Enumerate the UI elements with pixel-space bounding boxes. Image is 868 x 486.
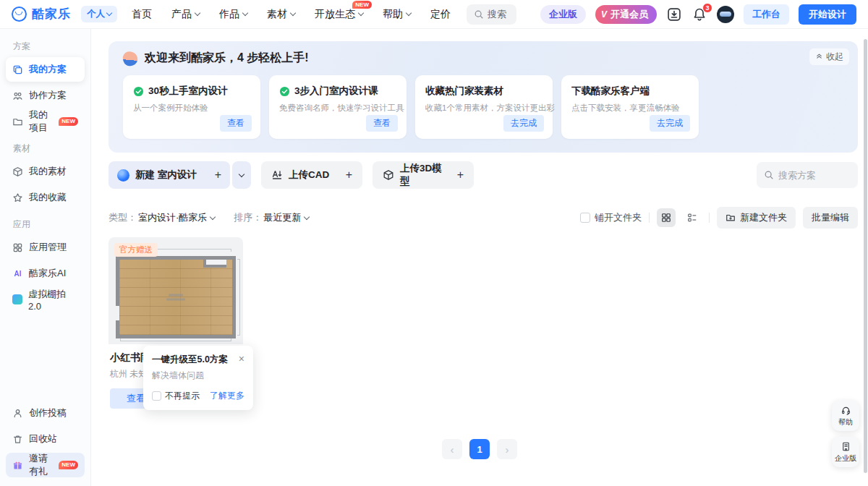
sidebar: 方案 我的方案 协作方案 我的项目 NEW 素材 我的素材 我的收藏 应用 应用… [0,29,91,486]
download-client-button[interactable] [666,7,682,22]
task-action-button[interactable]: 去完成 [650,115,690,132]
nav-home[interactable]: 首页 [132,8,152,21]
chevron-down-icon [406,10,412,16]
building-icon [841,441,851,452]
divider [709,213,710,223]
expand-folders-checkbox[interactable] [580,213,590,223]
new-badge: NEW [59,117,78,126]
task-action-button[interactable]: 去完成 [503,115,544,132]
trash-icon [12,434,23,445]
grid-view-button[interactable] [657,208,676,227]
notifications-button[interactable]: 3 [692,7,707,22]
upload-cad-button[interactable]: 上传CAD + [261,161,362,189]
main-content: 欢迎来到酷家乐，4 步轻松上手! 收起 30秒上手室内设计 从一个案例开始体验 … [91,29,868,486]
new-badge: NEW [352,1,372,9]
plus-icon: + [457,169,464,182]
nav-help[interactable]: 帮助 [383,8,411,21]
current-page-button[interactable]: 1 [469,439,490,459]
plan-thumbnail[interactable]: 官方赠送 [109,237,243,344]
sidebar-item-recycle-bin[interactable]: 回收站 [6,427,85,451]
primary-nav: 首页 产品 作品 素材 开放生态NEW 帮助 定价 [132,8,451,21]
apps-grid-icon [12,242,23,253]
sort-filter-select[interactable]: 最近更新 [263,211,309,224]
sidebar-section-plans: 方案 [0,33,90,57]
dont-remind-checkbox[interactable] [152,391,161,401]
pagination: ‹ 1 › [442,439,517,459]
task-card-favorite-materials[interactable]: 收藏热门家装素材 收藏1个常用素材，方案设计更出彩 去完成 [415,75,553,139]
nav-products[interactable]: 产品 [171,8,200,21]
enterprise-float-button[interactable]: 企业版 [832,437,859,467]
plan-search-box[interactable] [757,162,858,188]
expand-folders-toggle[interactable]: 铺开文件夹 [580,211,642,224]
scrollbar-thumb[interactable] [864,39,867,473]
new-folder-button[interactable]: 新建文件夹 [717,207,796,229]
sidebar-item-kujiale-ai[interactable]: AI 酷家乐AI [6,261,85,286]
download-icon [666,7,682,22]
vip-icon: V [601,9,607,20]
sidebar-item-creator-submission[interactable]: 创作投稿 [6,401,85,425]
next-page-button[interactable]: › [497,439,517,459]
floorplan-image [116,256,236,338]
sidebar-item-virtual-studio[interactable]: 虚拟棚拍2.0 [6,287,85,312]
ai-icon: AI [12,270,23,278]
open-membership-button[interactable]: V 开通会员 [595,5,657,24]
chevron-down-icon [290,10,296,16]
learn-more-link[interactable]: 了解更多 [210,390,244,402]
task-action-button[interactable]: 查看 [366,115,398,132]
account-type-switcher[interactable]: 个人 [81,6,117,22]
task-card-download-client[interactable]: 下载酷家乐客户端 点击下载安装，享更流畅体验 去完成 [561,75,699,139]
dont-remind-toggle[interactable]: 不再提示 [152,390,200,402]
workbench-button[interactable]: 工作台 [744,4,789,25]
cad-icon [271,169,283,181]
global-search-button[interactable]: 搜索 [467,4,516,25]
sidebar-item-my-plans[interactable]: 我的方案 [6,57,85,82]
prev-page-button[interactable]: ‹ [442,439,462,459]
chevron-down-icon [210,213,216,219]
upgrade-tooltip: 一键升级至5.0方案 × 解决墙体问题 不再提示 了解更多 [143,346,253,410]
sidebar-item-app-management[interactable]: 应用管理 [6,235,85,260]
notification-count-badge: 3 [702,3,712,13]
person-icon [12,408,23,419]
sidebar-item-my-projects[interactable]: 我的项目 NEW [6,109,85,134]
kujiale-logo[interactable]: 酷家乐 [12,6,71,22]
task-card-quick-start[interactable]: 30秒上手室内设计 从一个案例开始体验 查看 [123,75,260,139]
user-avatar[interactable] [717,6,734,23]
sidebar-item-invite-rewards[interactable]: 邀请有礼 NEW [6,453,85,477]
chevron-down-icon [195,10,200,16]
nav-pricing[interactable]: 定价 [430,8,451,21]
sidebar-item-my-materials[interactable]: 我的素材 [6,159,85,184]
upload-3d-model-button[interactable]: 上传3D模型 + [373,161,474,189]
list-view-icon [687,213,697,223]
task-card-design-course[interactable]: 3步入门室内设计课 免费咨询名师，快速学习设计工具 查看 [269,75,407,139]
type-filter-select[interactable]: 室内设计·酷家乐 [138,211,215,224]
enterprise-edition-button[interactable]: 企业版 [540,5,586,24]
help-float-button[interactable]: 帮助 [832,401,859,431]
nav-works[interactable]: 作品 [219,8,247,21]
list-view-button[interactable] [683,208,702,227]
start-design-button[interactable]: 开始设计 [799,4,856,25]
new-design-dropdown-button[interactable] [232,161,251,189]
plans-icon [12,64,23,75]
batch-edit-button[interactable]: 批量编辑 [803,207,858,229]
nav-materials[interactable]: 素材 [267,8,295,21]
close-icon[interactable]: × [239,354,244,364]
divider [649,213,650,223]
sidebar-item-collab-plans[interactable]: 协作方案 [6,83,85,108]
plan-search-input[interactable] [778,170,851,181]
nav-open-ecosystem[interactable]: 开放生态NEW [315,8,363,21]
folder-plus-icon [726,213,736,223]
floating-buttons: 帮助 企业版 [832,401,859,467]
creation-toolbar: 新建 室内设计 + 上传CAD + 上传3D模型 + [109,161,858,189]
sidebar-item-my-favorites[interactable]: 我的收藏 [6,185,85,210]
design-plan-card: 官方赠送 小红书同款 杭州 未知小区 查看详情 投稿 ··· 一键升级至5.0方… [109,237,243,409]
topnav-right-group: 企业版 V 开通会员 3 工作台 开始设计 [540,4,856,25]
check-circle-icon [133,86,144,97]
cube-icon [383,169,394,181]
collapse-banner-button[interactable]: 收起 [809,48,849,65]
task-action-button[interactable]: 查看 [220,115,252,132]
filter-bar: 类型： 室内设计·酷家乐 排序： 最近更新 铺开文件夹 [109,207,858,229]
new-interior-design-button[interactable]: 新建 室内设计 + [109,161,230,189]
chevron-down-icon [358,10,364,16]
type-filter-label: 类型： [109,211,137,224]
folder-icon [12,116,23,127]
